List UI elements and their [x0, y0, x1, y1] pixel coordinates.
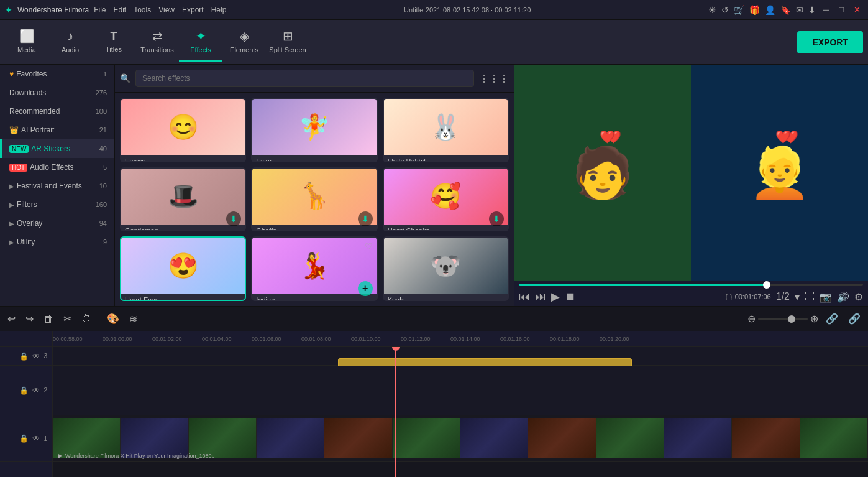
preview-scrubber[interactable]: [763, 281, 770, 289]
add-indian-button[interactable]: +: [358, 281, 373, 296]
grid-view-icon[interactable]: ⋮⋮⋮: [479, 73, 509, 85]
mail-icon[interactable]: ✉: [796, 5, 803, 15]
track-lock-main-icon[interactable]: 🔒: [19, 386, 29, 395]
effect-card-gentleman[interactable]: 🎩 ⬇ Gentleman: [120, 167, 246, 232]
sidebar-item-audio-effects[interactable]: HOT Audio Effects 5: [0, 158, 114, 177]
cart-icon[interactable]: 🛒: [734, 5, 744, 15]
sidebar-item-favorites[interactable]: ♥ Favorites 1: [0, 65, 114, 83]
track-lock-effects-icon[interactable]: 🔒: [19, 352, 29, 361]
toolbar-transitions[interactable]: ⇄ Transitions: [135, 22, 179, 62]
fullscreen-icon[interactable]: ⛶: [805, 291, 815, 302]
volume-icon[interactable]: 🔊: [837, 291, 849, 303]
sidebar-item-recommended[interactable]: Recommended 100: [0, 102, 114, 121]
close-button[interactable]: ✕: [851, 5, 863, 14]
menu-tools[interactable]: Tools: [134, 6, 151, 14]
new-badge: NEW: [9, 145, 29, 153]
search-input[interactable]: [135, 70, 474, 87]
play-button[interactable]: ▶: [551, 290, 560, 303]
refresh-icon[interactable]: ↺: [721, 5, 729, 15]
menu-export[interactable]: Export: [182, 6, 204, 14]
sidebar-festival-count: 10: [99, 182, 107, 190]
cut-button[interactable]: ✂: [61, 310, 74, 327]
track-eye-video-icon[interactable]: 👁: [32, 434, 40, 443]
undo-button[interactable]: ↩: [5, 310, 18, 327]
export-button[interactable]: EXPORT: [797, 31, 863, 53]
sidebar-item-ai-portrait[interactable]: 👑 AI Portrait 21: [0, 121, 114, 139]
step-back-button[interactable]: ⏭: [535, 290, 546, 303]
zoom-in-button[interactable]: ⊕: [810, 313, 818, 325]
toolbar-transitions-label: Transitions: [140, 46, 173, 53]
rewind-button[interactable]: ⏮: [519, 290, 530, 303]
stop-button[interactable]: ⏹: [565, 290, 576, 303]
bookmark-icon[interactable]: 🔖: [780, 5, 791, 15]
menu-help[interactable]: Help: [211, 6, 227, 14]
quality-selector[interactable]: 1/2: [776, 291, 790, 302]
maximize-button[interactable]: □: [836, 5, 846, 14]
toolbar-separator-1: [99, 313, 99, 325]
snap-button[interactable]: 🔗: [846, 310, 863, 327]
timer-button[interactable]: ⏱: [79, 311, 94, 327]
toolbar-audio[interactable]: ♪ Audio: [48, 22, 92, 62]
sidebar-item-festival-events[interactable]: ▶ Festival and Events 10: [0, 177, 114, 195]
effect-card-heart-cheeks[interactable]: 🥰 ⬇ Heart Cheeks: [383, 167, 509, 232]
quality-dropdown-icon[interactable]: ▾: [795, 291, 800, 303]
transitions-icon: ⇄: [152, 29, 163, 44]
sidebar-item-utility[interactable]: ▶ Utility 9: [0, 233, 114, 251]
split-screen-icon: ⊞: [283, 29, 293, 44]
hot-badge: HOT: [9, 164, 27, 172]
sidebar-item-overlay[interactable]: ▶ Overlay 94: [0, 214, 114, 233]
sidebar-festival-label: Festival and Events: [17, 182, 99, 190]
elements-icon: ◈: [240, 29, 249, 44]
sidebar-item-filters[interactable]: ▶ Filters 160: [0, 195, 114, 214]
menu-view[interactable]: View: [158, 6, 175, 14]
toolbar-titles[interactable]: T Titles: [92, 22, 135, 62]
track-eye-main-icon[interactable]: 👁: [32, 386, 40, 395]
arrow-filters-icon: ▶: [9, 201, 14, 208]
titlebar-left: ✦ Wondershare Filmora File Edit Tools Vi…: [5, 5, 226, 15]
effect-card-heart-eyes[interactable]: 😍 Heart Eyes: [120, 236, 246, 301]
settings-icon[interactable]: ⚙: [854, 291, 863, 303]
effect-card-koala[interactable]: 🐨 Koala: [383, 236, 509, 301]
zoom-out-button[interactable]: ⊖: [747, 313, 756, 325]
track-eye-effects-icon[interactable]: 👁: [32, 352, 40, 361]
color-button[interactable]: 🎨: [104, 310, 122, 327]
track-lock-video-icon[interactable]: 🔒: [19, 434, 29, 443]
timeline-cursor[interactable]: [395, 347, 396, 477]
effect-card-indian[interactable]: 💃 ♡ + Indian: [251, 236, 377, 301]
menu-edit[interactable]: Edit: [114, 6, 127, 14]
audio-wave-button[interactable]: ≋: [127, 310, 140, 327]
effect-card-emojis[interactable]: 😊 Emojis: [120, 98, 246, 162]
sidebar-item-downloads[interactable]: Downloads 276: [0, 83, 114, 102]
video-thumb-4: [257, 418, 324, 458]
menu-file[interactable]: File: [94, 6, 106, 14]
sidebar-favorites-label: Favorites: [16, 70, 103, 78]
sidebar-favorites-count: 1: [103, 70, 107, 78]
toolbar-effects[interactable]: ✦ Effects: [179, 22, 222, 62]
toolbar-elements[interactable]: ◈ Elements: [222, 22, 266, 62]
effect-card-fairy[interactable]: 🧚 Fairy: [251, 98, 377, 162]
redo-button[interactable]: ↪: [23, 310, 36, 327]
delete-button[interactable]: 🗑: [41, 311, 56, 327]
effect-card-giraffe[interactable]: 🦒 ⬇ Giraffe: [251, 167, 377, 232]
user-icon[interactable]: 👤: [765, 5, 775, 15]
sidebar-item-ar-stickers[interactable]: NEW AR Stickers 40: [0, 139, 114, 158]
preview-progress-fill: [519, 284, 767, 286]
track-label-effects: 🔒 👁 3: [0, 347, 52, 366]
effect-card-fluffy-rabbit[interactable]: 🐰 Fluffy Rabbit: [383, 98, 509, 162]
toolbar-split-screen[interactable]: ⊞ Split Screen: [266, 22, 309, 62]
link-button[interactable]: 🔗: [823, 310, 841, 327]
sun-icon[interactable]: ☀: [708, 5, 716, 15]
ruler-tick-9: 00:01:16:00: [500, 336, 530, 342]
download-giraffe-button[interactable]: ⬇: [358, 211, 373, 226]
toolbar-media[interactable]: ⬜ Media: [5, 22, 48, 62]
download-icon[interactable]: ⬇: [808, 5, 816, 15]
ruler-tick-10: 00:01:18:00: [550, 336, 580, 342]
sidebar-recommended-label: Recommended: [9, 107, 96, 116]
snapshot-icon[interactable]: 📷: [820, 291, 832, 303]
preview-progress-bar-container[interactable]: [519, 284, 863, 286]
heart-eyes-right2: ❤️: [775, 129, 791, 144]
preview-right-controls: 1/2 ▾ ⛶ 📷 🔊 ⚙: [776, 291, 863, 303]
zoom-slider[interactable]: [758, 318, 808, 320]
gift-icon[interactable]: 🎁: [749, 5, 760, 15]
minimize-button[interactable]: ─: [821, 5, 831, 14]
